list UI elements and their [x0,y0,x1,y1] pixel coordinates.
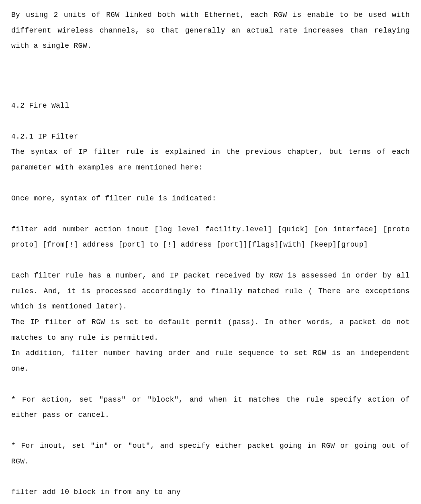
default-permit-paragraph: The IP filter of RGW is set to default p… [11,314,410,345]
filter-example-2: filter add 11 pass in from any to any [11,500,410,504]
section-gap [11,54,410,98]
filter-example-1: filter add 10 block in from any to any [11,484,410,500]
intro-paragraph: By using 2 units of RGW linked both with… [11,7,410,54]
filter-syntax: filter add number action inout [log leve… [11,222,410,253]
line-gap [11,114,410,129]
line-gap-7 [11,469,410,484]
line-gap-2 [11,175,410,191]
heading-level3: 4.2.1 IP Filter [11,129,410,145]
action-paragraph: * For action, set "pass" or "block", and… [11,392,410,423]
filter-number-paragraph: In addition, filter number having order … [11,345,410,376]
ipfilter-intro-paragraph: The syntax of IP filter rule is explaine… [11,144,410,175]
syntax-intro: Once more, syntax of filter rule is indi… [11,191,410,206]
document-page: By using 2 units of RGW linked both with… [0,0,421,504]
line-gap-6 [11,423,410,438]
heading-level2: 4.2 Fire Wall [11,98,410,114]
line-gap-4 [11,253,410,268]
line-gap-3 [11,206,410,222]
rule-order-paragraph: Each filter rule has a number, and IP pa… [11,268,410,314]
line-gap-5 [11,377,410,392]
inout-paragraph: * For inout, set "in" or "out", and spec… [11,438,410,469]
